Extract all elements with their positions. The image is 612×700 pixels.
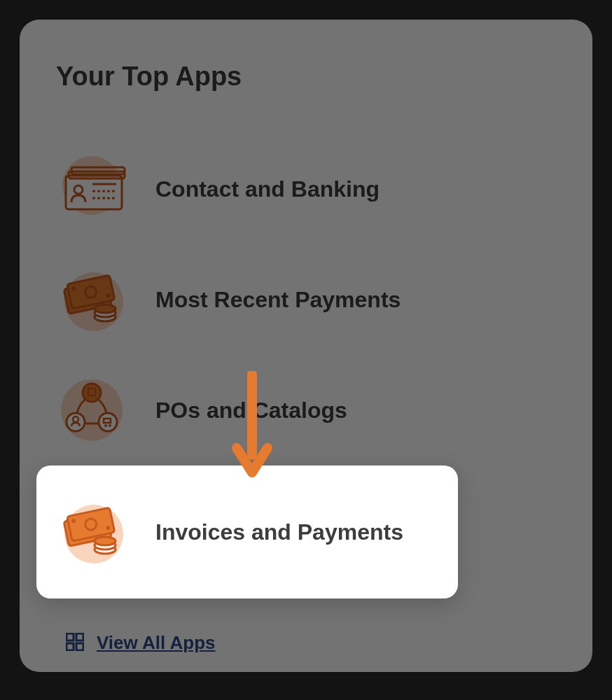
app-recent-payments[interactable]: Most Recent Payments <box>53 244 559 355</box>
card-title: Your Top Apps <box>56 62 559 92</box>
pos-catalogs-icon <box>53 372 130 449</box>
payments-icon <box>53 261 130 338</box>
app-pos-catalogs[interactable]: POs and Catalogs <box>53 355 559 465</box>
app-label: Invoices and Payments <box>155 519 403 545</box>
svg-point-25 <box>109 424 111 427</box>
svg-point-34 <box>95 537 116 545</box>
svg-rect-38 <box>76 643 83 650</box>
svg-rect-37 <box>67 643 74 650</box>
view-all-apps-link[interactable]: View All Apps <box>66 632 559 654</box>
contact-card-icon <box>53 150 130 227</box>
invoices-icon <box>53 493 130 570</box>
top-apps-card: Your Top Apps Contact and Banking <box>20 20 592 672</box>
app-label: Most Recent Payments <box>155 287 401 313</box>
app-label: POs and Catalogs <box>155 398 347 424</box>
svg-point-24 <box>104 424 107 427</box>
svg-rect-36 <box>76 634 83 640</box>
app-label: Contact and Banking <box>155 176 380 202</box>
svg-point-16 <box>95 304 116 313</box>
svg-rect-35 <box>67 634 74 640</box>
app-contact-banking[interactable]: Contact and Banking <box>53 134 559 244</box>
app-invoices-payments[interactable]: Invoices and Payments <box>36 465 458 598</box>
apps-grid-icon <box>66 633 84 654</box>
svg-point-18 <box>83 384 101 402</box>
view-all-apps-label: View All Apps <box>97 632 216 654</box>
